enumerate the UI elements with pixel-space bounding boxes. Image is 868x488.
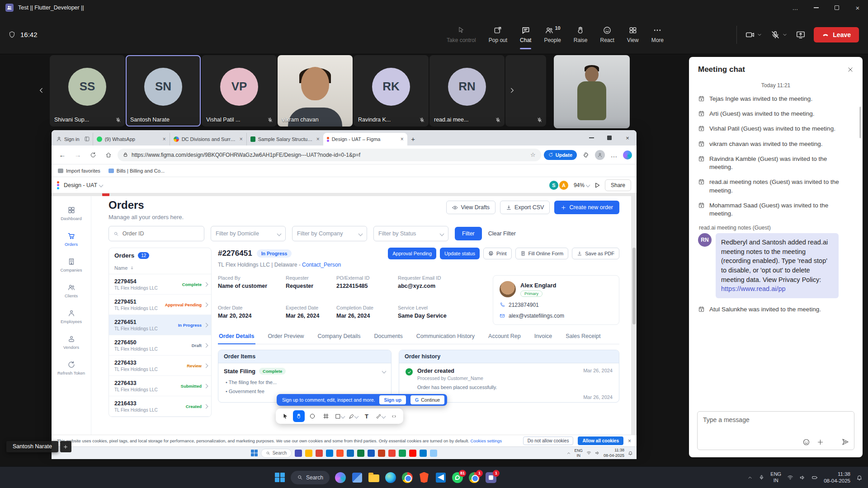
- order-row[interactable]: 2279454 TL Flex Holdings LLC Complete: [109, 274, 211, 295]
- deny-cookies-button[interactable]: Do not allow cookies: [523, 436, 574, 445]
- vscode-button[interactable]: [435, 472, 447, 483]
- copilot-icon[interactable]: [623, 150, 632, 160]
- cookie-settings-link[interactable]: Cookies settings: [470, 438, 502, 443]
- signup-button[interactable]: Sign up: [379, 395, 406, 404]
- edge-button[interactable]: [385, 472, 396, 483]
- video-tile-camera-on[interactable]: [554, 55, 630, 128]
- filter-by-domicile-select[interactable]: Filter by Domicile: [211, 226, 286, 241]
- tab-sheets[interactable]: Sample Salary Structure with cal... ×: [246, 133, 323, 145]
- browser-update-button[interactable]: Update: [544, 150, 577, 160]
- sidebar-item-refresh-token[interactable]: Refresh Token: [53, 361, 90, 375]
- sidebar-item-employees[interactable]: Employees: [53, 309, 90, 324]
- allow-cookies-button[interactable]: Allow all cookies: [578, 436, 623, 445]
- text-tool[interactable]: T: [361, 410, 373, 422]
- detail-tab[interactable]: Company Details: [316, 333, 361, 344]
- cookie-close-icon[interactable]: ×: [628, 438, 631, 444]
- start-button[interactable]: [274, 472, 286, 483]
- raise-hand-button[interactable]: Raise: [574, 20, 588, 49]
- detail-tab[interactable]: Account Rep: [487, 333, 522, 344]
- taskbar-app-icon[interactable]: [316, 450, 323, 457]
- mic-button[interactable]: [770, 30, 788, 40]
- chat-messages[interactable]: Today 11:21 Tejas Ingle was invited to t…: [689, 80, 863, 407]
- tab-maps[interactable]: DC Divisions and Surroundings ×: [170, 133, 246, 145]
- taskbar-app-icon[interactable]: [295, 450, 302, 457]
- shared-system-tray[interactable]: ENGIN 11:3808-04-2025: [566, 448, 633, 458]
- contact-email[interactable]: alex@vstatefilings.com: [500, 313, 613, 319]
- chevron-up-icon[interactable]: [566, 451, 571, 455]
- sidebar-item-dashboard[interactable]: Dashboard: [53, 206, 90, 221]
- send-icon[interactable]: [841, 438, 849, 446]
- taskbar-app-icon[interactable]: [326, 450, 333, 457]
- view-button[interactable]: View: [627, 20, 639, 49]
- refresh-button[interactable]: [87, 149, 99, 161]
- pop-out-button[interactable]: Pop out: [489, 20, 507, 49]
- sidebar-item-vendors[interactable]: Vendors: [53, 335, 90, 350]
- order-row[interactable]: 2276433 TL Flex Holdings LLC Submitted: [109, 376, 211, 396]
- detail-tab[interactable]: Order Preview: [267, 333, 305, 344]
- video-tile-santosh[interactable]: SN Santosh Narate: [126, 55, 201, 127]
- save-as-pdf-button[interactable]: Save as PDF: [572, 248, 619, 259]
- chevron-down-icon[interactable]: [382, 369, 387, 374]
- chat-message-bubble[interactable]: Redberyl and Santosh added read.ai meeti…: [716, 233, 839, 298]
- scroll-tiles-left-button[interactable]: [35, 84, 48, 97]
- export-csv-button[interactable]: Export CSV: [500, 201, 550, 214]
- browser-signin-chip[interactable]: Sign in: [54, 136, 83, 145]
- home-button[interactable]: [102, 149, 115, 161]
- taskbar-app-icon[interactable]: [357, 450, 364, 457]
- mic-tray-icon[interactable]: [759, 474, 764, 480]
- contact-person-link[interactable]: Contact_Person: [302, 262, 341, 268]
- taskbar-app-icon[interactable]: [336, 450, 344, 457]
- chat-button[interactable]: Chat: [520, 20, 531, 49]
- approval-pending-button[interactable]: Approval Pending: [388, 248, 436, 259]
- minimize-button[interactable]: [806, 0, 826, 15]
- import-favorites-button[interactable]: Import favorites: [58, 168, 100, 174]
- maximize-button[interactable]: [826, 0, 847, 15]
- more-button[interactable]: More: [651, 20, 664, 49]
- hand-tool-active[interactable]: [293, 410, 305, 422]
- taskbar-app-icon[interactable]: [399, 450, 406, 457]
- present-play-icon[interactable]: [594, 182, 600, 188]
- taskbar-app-icon[interactable]: [305, 450, 312, 457]
- shared-start-button[interactable]: [251, 450, 258, 456]
- code-tool[interactable]: [388, 410, 400, 422]
- google-continue-button[interactable]: G Continue: [410, 395, 444, 404]
- link-tool[interactable]: [374, 410, 386, 422]
- chevron-up-icon[interactable]: [747, 475, 753, 480]
- order-row[interactable]: 2276450 TL Flex Holdings LLC Draft: [109, 335, 211, 356]
- bookmark-star-icon[interactable]: ☆: [530, 151, 536, 158]
- canvas-scrollbar[interactable]: [632, 248, 636, 324]
- order-id-search[interactable]: [108, 226, 204, 241]
- detail-tab[interactable]: Documents: [373, 333, 404, 344]
- browser-maximize-button[interactable]: [600, 130, 618, 145]
- browser-profile-avatar[interactable]: [595, 150, 605, 160]
- wifi-icon[interactable]: [586, 450, 591, 455]
- privacy-policy-link[interactable]: https://www.read.ai/pp: [721, 285, 786, 292]
- extensions-button[interactable]: [580, 149, 592, 161]
- new-tab-button[interactable]: +: [407, 133, 419, 145]
- notification-bell-icon[interactable]: [856, 474, 863, 481]
- presenter-pin-button[interactable]: [60, 441, 71, 452]
- taskbar-app-icon[interactable]: [430, 450, 437, 457]
- shared-clock[interactable]: 11:3808-04-2025: [604, 448, 624, 458]
- address-bar[interactable]: https://www.figma.com/design/9BKQ0FOHRWa…: [118, 149, 541, 161]
- taskbar-search-box[interactable]: Search: [291, 471, 330, 484]
- wifi-icon[interactable]: [787, 474, 793, 481]
- taskbar-app-icon[interactable]: [378, 450, 385, 457]
- collaborator-avatar[interactable]: S: [548, 180, 559, 191]
- contact-phone[interactable]: 2123874901: [500, 302, 613, 308]
- create-new-order-button[interactable]: Create new order: [554, 201, 619, 214]
- leave-button[interactable]: Leave: [814, 27, 859, 42]
- figma-menu-icon[interactable]: [57, 181, 59, 189]
- detail-tab[interactable]: Invoice: [533, 333, 553, 344]
- forward-button[interactable]: →: [71, 149, 84, 161]
- notification-bell-icon[interactable]: [628, 450, 633, 455]
- chat-input-box[interactable]: [697, 411, 854, 450]
- filter-button[interactable]: Filter: [455, 227, 482, 240]
- sender-avatar[interactable]: RN: [698, 233, 712, 247]
- orders-column-header[interactable]: Name: [109, 263, 211, 274]
- whatsapp-button[interactable]: 81: [452, 472, 463, 483]
- fill-online-form-button[interactable]: Fill Online Form: [515, 248, 569, 259]
- file-explorer-button[interactable]: [368, 472, 380, 483]
- tab-figma[interactable]: Design - UAT – Figma ×: [323, 133, 407, 145]
- tab-whatsapp[interactable]: (9) WhatsApp ×: [93, 133, 170, 145]
